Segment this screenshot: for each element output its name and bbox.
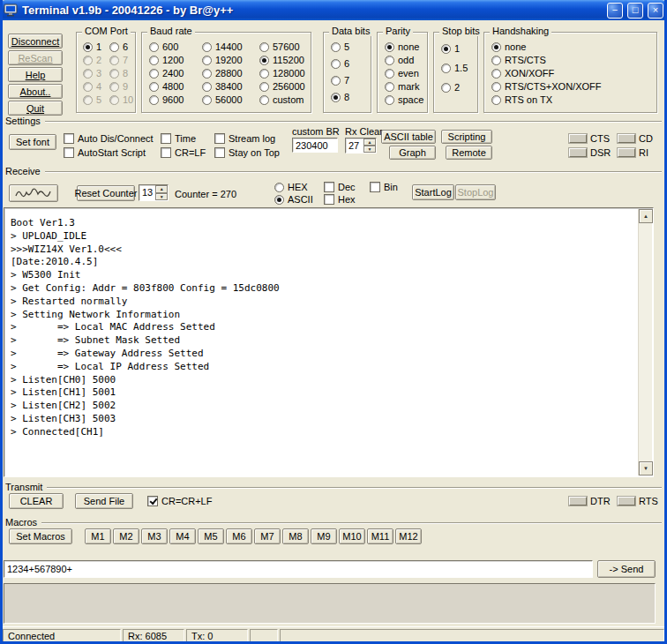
stop-bits-1-radio[interactable]: 1	[441, 43, 460, 54]
macro-m7-button[interactable]: M7	[254, 528, 281, 544]
baud-28800-radio[interactable]: 28800	[202, 68, 243, 79]
spinner-down-icon[interactable]: ▼	[363, 146, 376, 153]
baud-56000-radio[interactable]: 56000	[202, 94, 243, 105]
hex-display-radio[interactable]: HEX	[274, 182, 308, 192]
parity-mark-radio[interactable]: mark	[385, 81, 419, 92]
com-port-10-radio[interactable]: 10	[109, 94, 133, 105]
autostart-script-checkbox[interactable]: AutoStart Script	[64, 147, 146, 158]
data-bits-6-radio[interactable]: 6	[331, 58, 349, 69]
baud-2400-radio[interactable]: 2400	[149, 68, 184, 79]
com-port-4-radio[interactable]: 4	[83, 81, 101, 92]
cr-crlf-checkbox[interactable]: CR=CR+LF	[147, 496, 212, 506]
remote-button[interactable]: Remote	[446, 146, 492, 160]
help-button[interactable]: Help	[8, 67, 63, 82]
counter-spinner[interactable]: 13 ▲▼	[139, 184, 169, 201]
macro-m4-button[interactable]: M4	[169, 528, 196, 544]
handshaking-xonxoff-radio[interactable]: XON/XOFF	[491, 68, 554, 79]
set-macros-button[interactable]: Set Macros	[9, 528, 72, 544]
stop-bits-1-5-radio[interactable]: 1.5	[441, 63, 468, 73]
disconnect-button[interactable]: Disconnect	[8, 34, 63, 49]
reset-counter-button[interactable]: Reset Counter	[77, 185, 135, 201]
scroll-up-icon[interactable]: ▲	[639, 209, 653, 223]
start-log-button[interactable]: StartLog	[412, 184, 454, 200]
graph-button[interactable]: Graph	[389, 146, 436, 160]
baud-custom-radio[interactable]: custom	[259, 94, 304, 105]
parity-space-radio[interactable]: space	[385, 94, 423, 105]
com-port-8-radio[interactable]: 8	[109, 68, 128, 79]
minimize-button[interactable]: −	[607, 3, 623, 19]
baud-19200-radio[interactable]: 19200	[202, 55, 243, 65]
macro-m5-button[interactable]: M5	[198, 528, 224, 544]
dec-checkbox[interactable]: Dec	[324, 182, 356, 192]
ascii-display-radio[interactable]: ASCII	[274, 194, 313, 205]
stream-log-checkbox[interactable]: Stream log	[214, 133, 275, 144]
rescan-button[interactable]: ReScan	[8, 50, 63, 65]
handshaking-rtscts-xonxoff-radio[interactable]: RTS/CTS+XON/XOFF	[491, 81, 602, 92]
com-port-3-radio[interactable]: 3	[83, 68, 101, 79]
macro-m6-button[interactable]: M6	[226, 528, 252, 544]
stay-on-top-checkbox[interactable]: Stay on Top	[214, 147, 280, 158]
terminal-scrollbar[interactable]: ▲ ▼	[638, 209, 652, 476]
data-bits-8-radio[interactable]: 8	[331, 92, 349, 102]
data-bits-5-radio[interactable]: 5	[331, 41, 349, 52]
parity-even-radio[interactable]: even	[385, 68, 419, 79]
cr-lf-checkbox[interactable]: CR=LF	[161, 147, 206, 158]
baud-57600-radio[interactable]: 57600	[259, 41, 300, 52]
macro-m12-button[interactable]: M12	[395, 528, 422, 544]
stop-log-button[interactable]: StopLog	[455, 184, 496, 200]
baud-9600-radio[interactable]: 9600	[149, 94, 184, 105]
set-font-button[interactable]: Set font	[9, 134, 56, 150]
com-port-9-radio[interactable]: 9	[109, 81, 128, 92]
com-port-6-radio[interactable]: 6	[109, 41, 128, 52]
titlebar[interactable]: Terminal v1.9b - 20041226 - by Br@y++ − …	[0, 0, 667, 20]
baud-256000-radio[interactable]: 256000	[259, 81, 305, 92]
receive-terminal[interactable]: Boot Ver1.3 > UPLOAD_IDLE >>>WIZ14X Ver1…	[4, 207, 654, 477]
ascii-table-button[interactable]: ASCII table	[381, 130, 436, 144]
baud-1200-radio[interactable]: 1200	[149, 55, 184, 65]
baud-128000-radio[interactable]: 128000	[259, 68, 305, 79]
handshaking-rts-on-tx-radio[interactable]: RTS on TX	[491, 94, 552, 105]
maximize-button[interactable]: □	[627, 3, 643, 19]
com-port-1-radio[interactable]: 1	[83, 41, 101, 52]
auto-disconnect-checkbox[interactable]: Auto Dis/Connect	[64, 133, 154, 144]
close-button[interactable]: ×	[648, 3, 663, 19]
hex-checkbox[interactable]: Hex	[324, 194, 356, 205]
baud-38400-radio[interactable]: 38400	[202, 81, 243, 92]
macro-m10-button[interactable]: M10	[339, 528, 365, 544]
spinner-up-icon[interactable]: ▲	[155, 185, 168, 193]
com-port-2-radio[interactable]: 2	[83, 55, 101, 65]
time-checkbox[interactable]: Time	[161, 133, 196, 144]
clear-receive-button[interactable]	[9, 184, 58, 202]
parity-none-radio[interactable]: none	[385, 41, 419, 52]
handshaking-none-radio[interactable]: none	[491, 41, 526, 52]
about-button[interactable]: About..	[8, 84, 63, 99]
scripting-button[interactable]: Scripting	[441, 130, 492, 144]
baud-600-radio[interactable]: 600	[149, 41, 178, 52]
macro-m3-button[interactable]: M3	[141, 528, 168, 544]
spinner-down-icon[interactable]: ▼	[155, 193, 168, 201]
bin-checkbox[interactable]: Bin	[370, 182, 398, 192]
scroll-down-icon[interactable]: ▼	[639, 461, 653, 476]
send-button[interactable]: -> Send	[597, 560, 656, 578]
baud-115200-radio[interactable]: 115200	[259, 55, 304, 65]
send-file-button[interactable]: Send File	[75, 493, 133, 509]
macro-m1-button[interactable]: M1	[85, 528, 111, 544]
com-port-7-radio[interactable]: 7	[109, 55, 128, 65]
com-port-5-radio[interactable]: 5	[83, 94, 101, 105]
parity-odd-radio[interactable]: odd	[385, 55, 414, 65]
custom-br-input[interactable]	[292, 138, 338, 153]
baud-4800-radio[interactable]: 4800	[149, 81, 184, 92]
macro-m11-button[interactable]: M11	[367, 528, 393, 544]
data-bits-7-radio[interactable]: 7	[331, 75, 349, 86]
rx-clear-spinner[interactable]: 27 ▲▼	[345, 138, 377, 154]
macro-m8-button[interactable]: M8	[282, 528, 309, 544]
spinner-up-icon[interactable]: ▲	[363, 139, 376, 146]
send-input[interactable]	[4, 560, 593, 578]
handshaking-rtscts-radio[interactable]: RTS/CTS	[491, 55, 546, 65]
macro-m9-button[interactable]: M9	[311, 528, 337, 544]
macro-m2-button[interactable]: M2	[113, 528, 139, 544]
quit-button[interactable]: Quit	[8, 101, 63, 116]
clear-transmit-button[interactable]: CLEAR	[9, 493, 64, 509]
baud-14400-radio[interactable]: 14400	[202, 41, 243, 52]
transmit-history-area[interactable]	[4, 583, 656, 624]
